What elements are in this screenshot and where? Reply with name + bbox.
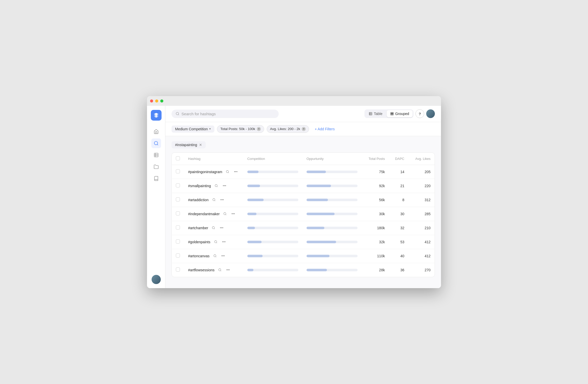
competition-col-header: Competition — [243, 153, 302, 165]
competition-bar-cell — [243, 193, 302, 207]
sidebar-item-collections[interactable] — [151, 162, 161, 172]
avg-likes-cell: 412 — [408, 235, 435, 249]
avg-likes-cell: 220 — [408, 179, 435, 193]
more-options-button[interactable]: ••• — [220, 253, 226, 259]
table-row: #smallpainting ••• — [172, 179, 435, 193]
select-all-checkbox[interactable] — [176, 156, 180, 160]
app-logo[interactable] — [151, 110, 162, 121]
row-checkbox[interactable] — [176, 267, 180, 272]
table-row: #goldenpaints ••• — [172, 235, 435, 249]
logo-icon — [153, 112, 159, 118]
svg-point-30 — [219, 269, 221, 271]
opportunity-bar-fill — [307, 269, 327, 271]
search-hashtag-button[interactable] — [210, 225, 217, 231]
competition-bar-fill — [247, 213, 256, 215]
search-hashtag-button[interactable] — [224, 169, 231, 175]
search-input[interactable] — [181, 112, 275, 116]
more-options-button[interactable]: ••• — [230, 211, 237, 217]
opportunity-bar-fill — [307, 213, 335, 215]
sidebar-item-analytics[interactable] — [151, 150, 161, 160]
hashtag-name: #artaddiction — [188, 198, 209, 202]
opportunity-bar-cell — [302, 193, 362, 207]
svg-line-21 — [215, 200, 215, 201]
svg-rect-14 — [390, 114, 392, 115]
hashtag-name: #artchamber — [188, 226, 208, 230]
row-checkbox-cell — [172, 263, 184, 277]
competition-bar-fill — [247, 227, 255, 229]
svg-line-23 — [226, 214, 226, 215]
row-checkbox-cell — [172, 235, 184, 249]
search-icon — [154, 141, 159, 146]
topbar-user-avatar[interactable] — [426, 109, 435, 118]
sidebar-user-avatar[interactable] — [152, 275, 161, 284]
svg-point-6 — [176, 112, 179, 115]
table-view-button[interactable]: Table — [365, 110, 386, 117]
remove-avg-likes-filter-button[interactable]: ✕ — [302, 127, 306, 131]
chart-icon — [154, 152, 159, 158]
more-options-button[interactable]: ••• — [225, 267, 231, 273]
more-options-button[interactable]: ••• — [232, 169, 239, 175]
table-row: #artchamber ••• — [172, 221, 435, 235]
dapc-cell: 8 — [389, 193, 408, 207]
help-button[interactable]: ? — [415, 109, 424, 118]
filter-bar: Medium Competition ▾ Total Posts: 50k - … — [165, 122, 441, 136]
remove-tag-icon[interactable]: ✕ — [199, 143, 202, 147]
folder-icon — [154, 164, 159, 169]
sidebar-item-saved[interactable] — [151, 174, 161, 183]
help-icon: ? — [419, 112, 421, 116]
competition-bar-cell — [243, 235, 302, 249]
competition-filter-chip[interactable]: Medium Competition ▾ — [172, 125, 214, 133]
opportunity-bar-cell — [302, 235, 362, 249]
search-hashtag-button[interactable] — [212, 253, 218, 259]
competition-bar-cell — [243, 165, 302, 179]
sidebar-item-search[interactable] — [151, 138, 161, 148]
more-options-button[interactable]: ••• — [220, 239, 227, 245]
search-row-icon — [212, 226, 215, 229]
svg-line-7 — [178, 114, 179, 115]
hashtag-name: #paintingoninstagram — [188, 170, 222, 174]
active-tag-pill[interactable]: #instapainting ✕ — [172, 141, 206, 148]
sidebar-item-home[interactable] — [151, 127, 161, 136]
content-area: #instapainting ✕ Hashtag — [165, 136, 441, 288]
active-tag-label: #instapainting — [175, 143, 197, 147]
search-hashtag-button[interactable] — [212, 239, 219, 245]
search-row-icon — [213, 254, 217, 258]
hashtag-cell: #artchamber ••• — [184, 221, 243, 235]
opportunity-bar — [307, 269, 358, 271]
more-options-button[interactable]: ••• — [221, 183, 228, 189]
row-checkbox[interactable] — [176, 225, 180, 229]
row-checkbox[interactable] — [176, 169, 180, 173]
search-box[interactable] — [172, 110, 279, 118]
total-posts-cell: 75k — [362, 165, 389, 179]
row-checkbox[interactable] — [176, 183, 180, 187]
row-checkbox[interactable] — [176, 197, 180, 201]
row-checkbox[interactable] — [176, 239, 180, 244]
more-icon: ••• — [234, 170, 238, 174]
minimize-button[interactable] — [155, 99, 158, 103]
more-options-button[interactable]: ••• — [219, 197, 225, 203]
opportunity-bar — [307, 255, 358, 257]
remove-total-posts-filter-button[interactable]: ✕ — [257, 127, 261, 131]
table-view-label: Table — [374, 112, 382, 116]
search-hashtag-button[interactable] — [211, 197, 217, 203]
search-hashtag-button[interactable] — [213, 183, 220, 189]
grouped-view-button[interactable]: Grouped — [387, 110, 413, 117]
row-checkbox[interactable] — [176, 211, 180, 215]
row-actions: ••• — [211, 197, 225, 203]
row-checkbox-cell — [172, 193, 184, 207]
svg-point-18 — [215, 185, 217, 187]
more-options-button[interactable]: ••• — [218, 225, 225, 231]
search-hashtag-button[interactable] — [222, 211, 228, 217]
total-posts-col-header: Total Posts — [362, 153, 389, 165]
close-button[interactable] — [150, 99, 153, 103]
svg-line-25 — [214, 228, 215, 229]
home-icon — [154, 129, 159, 134]
avg-likes-filter-label: Avg. Likes: 200 - 2k — [270, 127, 300, 131]
fullscreen-button[interactable] — [160, 99, 163, 103]
row-checkbox[interactable] — [176, 253, 180, 258]
add-filter-button[interactable]: + Add Filters — [312, 125, 338, 133]
search-hashtag-button[interactable] — [217, 267, 223, 273]
competition-bar-fill — [247, 185, 260, 187]
total-posts-filter-chip: Total Posts: 50k - 100k ✕ — [217, 125, 264, 133]
opportunity-bar-fill — [307, 199, 328, 201]
